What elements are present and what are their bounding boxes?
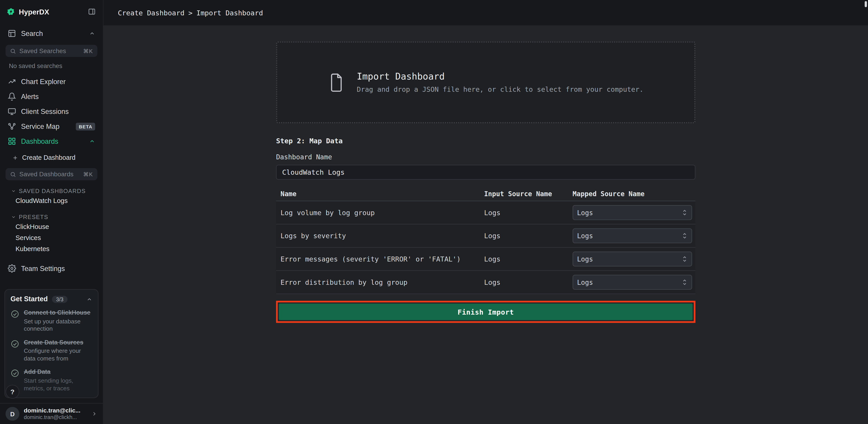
chart-name: Log volume by log group — [280, 208, 484, 216]
table-row: Logs by severity Logs Logs — [276, 224, 695, 248]
no-saved-searches-text: No saved searches — [0, 62, 103, 69]
check-circle-icon — [10, 339, 19, 362]
chart-name: Logs by severity — [280, 232, 484, 239]
sidebar-item-team-settings[interactable]: Team Settings — [0, 261, 103, 276]
dropzone-title: Import Dashboard — [356, 71, 644, 82]
get-started-item-add-data[interactable]: Add Data Start sending logs, metrics, or… — [10, 368, 92, 392]
preset-link-clickhouse[interactable]: ClickHouse — [0, 221, 103, 232]
json-dropzone[interactable]: Import Dashboard Drag and drop a JSON fi… — [276, 41, 695, 123]
scrollbar-thumb[interactable] — [865, 1, 867, 7]
get-started-item-title: Create Data Sources — [24, 339, 92, 347]
step-heading: Step 2: Map Data — [276, 136, 695, 145]
chevron-up-icon[interactable] — [86, 296, 93, 302]
mapped-source-select[interactable]: Logs — [572, 252, 692, 266]
search-section-label: Search — [21, 30, 43, 37]
sidebar-item-alerts[interactable]: Alerts — [0, 89, 103, 104]
breadcrumb-import-dashboard: Import Dashboard — [196, 9, 263, 17]
get-started-header[interactable]: Get Started 3/3 — [10, 295, 92, 303]
saved-searches-input[interactable] — [20, 47, 80, 54]
mapped-source-value: Logs — [577, 279, 593, 286]
plus-icon — [12, 155, 18, 161]
chevron-up-down-icon — [682, 209, 688, 216]
column-header-mapped-source: Mapped Source Name — [572, 190, 691, 198]
group-saved-dashboards-label: SAVED DASHBOARDS — [19, 187, 86, 194]
saved-dashboards-input[interactable] — [20, 171, 80, 177]
table-row: Error distribution by log group Logs Log… — [276, 271, 695, 294]
help-button[interactable]: ? — [5, 385, 19, 399]
get-started-item-title: Connect to ClickHouse — [24, 309, 92, 317]
service-map-icon — [8, 122, 16, 131]
mapped-source-select[interactable]: Logs — [572, 205, 692, 220]
main-area: Create Dashboard > Import Dashboard Impo… — [103, 0, 868, 424]
chevron-up-icon[interactable] — [89, 138, 95, 144]
column-header-name: Name — [280, 190, 484, 198]
content: Import Dashboard Drag and drop a JSON fi… — [103, 26, 868, 424]
sidebar: HyperDX Search ⌘K No saved searches — [0, 0, 103, 424]
dashboards-grid-icon — [8, 137, 16, 145]
brand-row: HyperDX — [0, 0, 103, 23]
dashboard-name-input[interactable] — [276, 165, 695, 180]
finish-import-button[interactable]: Finish Import — [279, 303, 693, 320]
mapped-source-value: Logs — [577, 255, 593, 263]
search-section-icon — [8, 29, 16, 38]
chart-explorer-label: Chart Explorer — [21, 78, 66, 86]
get-started-card: Get Started 3/3 Connect to ClickHouse Se… — [4, 289, 99, 398]
app-root: HyperDX Search ⌘K No saved searches — [0, 0, 868, 424]
chevron-up-down-icon — [682, 232, 688, 239]
breadcrumb-create-dashboard[interactable]: Create Dashboard — [118, 9, 185, 17]
mapped-source-select[interactable]: Logs — [572, 275, 692, 290]
column-header-input-source: Input Source Name — [484, 190, 572, 198]
sidebar-item-chart-explorer[interactable]: Chart Explorer — [0, 74, 103, 89]
topbar: Create Dashboard > Import Dashboard — [103, 0, 868, 26]
preset-link-services[interactable]: Services — [0, 232, 103, 243]
create-dashboard-label: Create Dashboard — [22, 154, 75, 161]
saved-dashboards-searchbox[interactable]: ⌘K — [5, 168, 97, 181]
user-name: dominic.tran@clic... — [24, 407, 80, 414]
team-settings-label: Team Settings — [21, 265, 65, 272]
avatar: D — [5, 407, 19, 421]
chevron-up-down-icon — [682, 255, 688, 263]
group-saved-dashboards[interactable]: SAVED DASHBOARDS — [0, 186, 103, 195]
bell-icon — [8, 92, 16, 101]
get-started-item-desc: Start sending logs, metrics, or traces — [24, 377, 92, 392]
mapped-source-value: Logs — [577, 208, 593, 216]
gear-icon — [8, 264, 16, 272]
collapse-sidebar-icon[interactable] — [88, 8, 96, 15]
dashboards-label: Dashboards — [21, 137, 58, 145]
dropzone-subtitle: Drag and drop a JSON file here, or click… — [356, 86, 644, 93]
group-presets[interactable]: PRESETS — [0, 212, 103, 221]
monitor-icon — [8, 107, 16, 116]
saved-searches-searchbox[interactable]: ⌘K — [5, 45, 97, 57]
sidebar-item-client-sessions[interactable]: Client Sessions — [0, 104, 103, 119]
input-source-name: Logs — [484, 255, 572, 263]
create-dashboard-link[interactable]: Create Dashboard — [0, 151, 103, 164]
mapped-source-select[interactable]: Logs — [572, 228, 692, 243]
chart-name: Error messages (severity 'ERROR' or 'FAT… — [280, 255, 484, 263]
search-icon — [10, 48, 16, 54]
get-started-item-connect[interactable]: Connect to ClickHouse Set up your databa… — [10, 309, 92, 332]
table-row: Log volume by log group Logs Logs — [276, 201, 695, 224]
client-sessions-label: Client Sessions — [21, 107, 69, 115]
dashboard-name-label: Dashboard Name — [276, 153, 695, 161]
get-started-item-title: Add Data — [24, 368, 92, 376]
input-source-name: Logs — [484, 279, 572, 286]
sidebar-item-dashboards[interactable]: Dashboards — [0, 134, 103, 149]
sidebar-item-service-map[interactable]: Service Map BETA — [0, 119, 103, 134]
beta-badge: BETA — [76, 123, 95, 130]
get-started-item-sources[interactable]: Create Data Sources Configure where your… — [10, 339, 92, 362]
chevron-up-icon[interactable] — [89, 31, 95, 37]
table-row: Error messages (severity 'ERROR' or 'FAT… — [276, 248, 695, 271]
preset-link-kubernetes[interactable]: Kubernetes — [0, 243, 103, 254]
input-source-name: Logs — [484, 232, 572, 239]
get-started-progress-badge: 3/3 — [52, 295, 67, 303]
chart-name: Error distribution by log group — [280, 279, 484, 286]
brand[interactable]: HyperDX — [7, 7, 49, 16]
service-map-label: Service Map — [21, 123, 60, 130]
dashboard-link-cloudwatch-logs[interactable]: CloudWatch Logs — [0, 195, 103, 206]
user-email: dominic.tran@clickh... — [24, 414, 80, 421]
user-menu[interactable]: D dominic.tran@clic... dominic.tran@clic… — [0, 403, 103, 424]
sidebar-item-search[interactable]: Search — [0, 26, 103, 41]
alerts-label: Alerts — [21, 93, 39, 100]
breadcrumb-separator: > — [188, 9, 192, 17]
group-presets-label: PRESETS — [19, 214, 48, 220]
